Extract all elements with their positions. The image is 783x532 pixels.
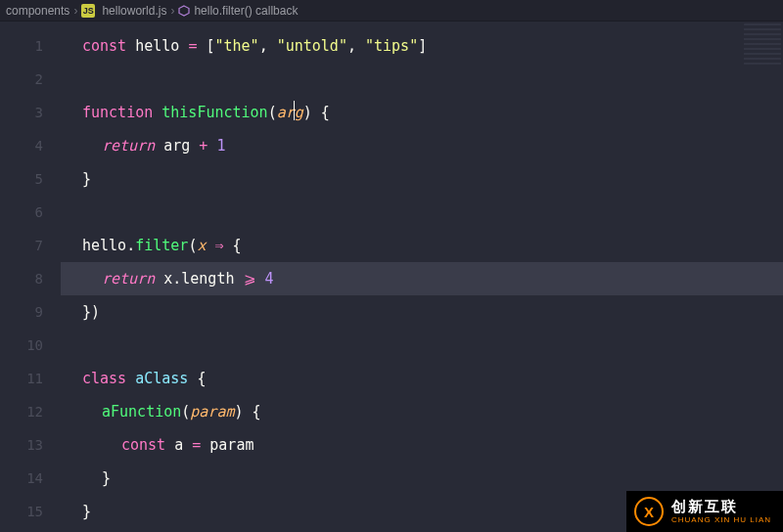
line-number-gutter: 123456789101112131415	[0, 22, 61, 532]
token-name: arg	[163, 137, 199, 155]
watermark-logo-icon: X	[634, 497, 664, 526]
token-pun: })	[82, 303, 100, 321]
line-number: 2	[0, 63, 61, 96]
token-kw: function	[82, 104, 161, 121]
token-fn: aFunction	[102, 403, 181, 421]
watermark-badge: X 创新互联 CHUANG XIN HU LIAN	[626, 491, 783, 532]
token-pun: .	[126, 237, 135, 254]
code-line[interactable]: }	[61, 462, 783, 495]
code-line[interactable]	[61, 329, 783, 362]
token-pun: {	[233, 237, 242, 254]
token-num: 1	[216, 137, 225, 155]
code-line[interactable]: })	[61, 295, 783, 329]
line-number: 13	[0, 428, 61, 462]
code-line[interactable]: }	[61, 162, 783, 196]
breadcrumb[interactable]: components › JS helloworld.js › hello.fi…	[0, 0, 783, 22]
code-line[interactable]	[61, 63, 783, 96]
code-line[interactable]: return x.length ⩾ 4	[61, 262, 783, 295]
token-param: ar	[277, 104, 295, 121]
token-name: hello	[135, 37, 188, 55]
breadcrumb-file[interactable]: helloworld.js	[102, 4, 166, 18]
token-pun: }	[82, 170, 91, 188]
code-line[interactable]: function thisFunction(arg) {	[61, 96, 783, 129]
token-kwret: return	[102, 270, 163, 288]
token-str: "the"	[214, 37, 258, 55]
token-pun: )	[234, 403, 252, 421]
line-number: 5	[0, 162, 61, 196]
svg-marker-0	[179, 6, 189, 16]
code-line[interactable]: const hello = ["the", "untold", "tips"]	[61, 29, 783, 63]
breadcrumb-folder[interactable]: components	[6, 4, 69, 18]
token-name: length	[181, 270, 243, 288]
javascript-file-icon: JS	[81, 4, 95, 18]
code-line[interactable]	[61, 196, 783, 229]
breadcrumb-separator-icon: ›	[170, 4, 174, 18]
watermark-text-primary: 创新互联	[671, 499, 771, 513]
line-number: 12	[0, 395, 61, 428]
token-name: a	[174, 436, 192, 454]
code-line[interactable]: const a = param	[61, 428, 783, 462]
token-pun: (	[181, 403, 190, 421]
symbol-method-icon	[178, 4, 190, 18]
token-op: +	[199, 137, 216, 155]
code-line[interactable]: class aClass {	[61, 362, 783, 395]
line-number: 10	[0, 329, 61, 362]
token-pun: .	[172, 270, 181, 288]
line-number: 8	[0, 262, 61, 295]
token-str: "tips"	[365, 37, 418, 55]
code-line[interactable]: return arg + 1	[61, 129, 783, 162]
code-line[interactable]: aFunction(param) {	[61, 395, 783, 428]
token-num: 4	[265, 270, 274, 288]
code-editor[interactable]: 123456789101112131415 const hello = ["th…	[0, 22, 783, 532]
token-kw: class	[82, 370, 135, 387]
code-area[interactable]: const hello = ["the", "untold", "tips"]f…	[61, 22, 783, 532]
line-number: 6	[0, 196, 61, 229]
token-op: =	[188, 37, 206, 55]
token-param: g	[295, 104, 303, 121]
token-op: ⇒	[214, 237, 232, 254]
line-number: 3	[0, 96, 61, 129]
token-op: ⩾	[244, 270, 265, 288]
token-pun: }	[82, 503, 91, 520]
token-pun: ]	[418, 37, 427, 55]
token-pun: ,	[347, 37, 365, 55]
code-line[interactable]: hello.filter(x ⇒ {	[61, 229, 783, 262]
token-kw: const	[121, 436, 174, 454]
token-name: x	[163, 270, 172, 288]
watermark-text-secondary: CHUANG XIN HU LIAN	[671, 516, 771, 524]
line-number: 1	[0, 29, 61, 63]
token-fn: filter	[135, 237, 188, 254]
token-kwret: return	[102, 137, 163, 155]
line-number: 15	[0, 495, 61, 528]
token-pun: (	[268, 104, 277, 121]
token-pun: {	[197, 370, 206, 387]
token-pun: )	[303, 104, 321, 121]
token-str: "untold"	[277, 37, 347, 55]
line-number: 7	[0, 229, 61, 262]
token-pun: {	[253, 403, 261, 421]
line-number: 9	[0, 295, 61, 329]
breadcrumb-symbol[interactable]: hello.filter() callback	[194, 4, 298, 18]
token-pun: ,	[259, 37, 277, 55]
line-number: 4	[0, 129, 61, 162]
token-name: param	[209, 436, 253, 454]
minimap[interactable]	[744, 23, 781, 66]
token-name: hello	[82, 237, 126, 254]
token-op: =	[192, 436, 209, 454]
line-number: 11	[0, 362, 61, 395]
token-pun: }	[102, 469, 111, 487]
token-param: x	[197, 237, 214, 254]
token-param: param	[190, 403, 234, 421]
token-pun: {	[321, 104, 330, 121]
token-fn: thisFunction	[161, 104, 267, 121]
breadcrumb-separator-icon: ›	[73, 4, 77, 18]
token-kw: const	[82, 37, 135, 55]
token-cls: aClass	[135, 370, 197, 387]
line-number: 14	[0, 462, 61, 495]
